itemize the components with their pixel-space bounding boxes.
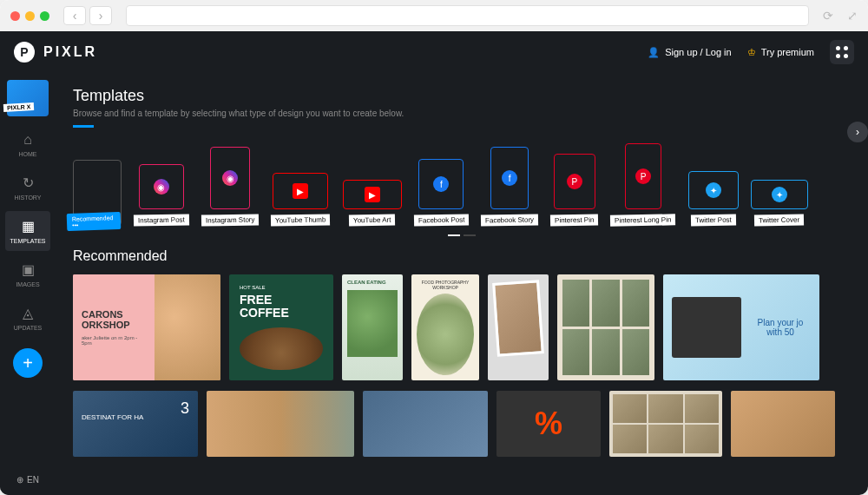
platform-icon: f xyxy=(433,176,449,192)
template-text: HOT SALE xyxy=(240,285,323,290)
sidebar-label: UPDATES xyxy=(14,325,43,331)
sidebar-label: IMAGES xyxy=(16,281,39,287)
template-row: 3 DESTINAT FOR HA % xyxy=(73,391,851,457)
apps-menu[interactable] xyxy=(830,40,854,64)
template-text: FREE COFFEE xyxy=(240,294,323,320)
template-card[interactable]: FOOD PHOTOGRAPHY WORKSHOP xyxy=(411,274,479,380)
premium-link[interactable]: ♔ Try premium xyxy=(747,47,814,58)
sidebar-item-updates[interactable]: ◬ UPDATES xyxy=(5,298,50,338)
template-card[interactable] xyxy=(207,391,354,457)
templates-icon: ▦ xyxy=(22,218,35,234)
forward-button[interactable]: › xyxy=(89,6,112,25)
type-label: YouTube Thumb xyxy=(271,214,331,226)
template-card[interactable]: % xyxy=(496,391,601,457)
home-icon: ⌂ xyxy=(23,132,32,148)
platform-icon: ◉ xyxy=(154,179,169,195)
type-label: Facebook Story xyxy=(481,214,538,226)
type-card[interactable]: ▶YouTube Art xyxy=(343,180,402,226)
template-text: aker Juliette on m 2pm - 5pm xyxy=(82,335,146,346)
type-card[interactable]: fFacebook Post xyxy=(414,159,469,226)
next-button[interactable]: › xyxy=(847,122,868,142)
sidebar-label: HOME xyxy=(19,151,37,157)
platform-icon: ✦ xyxy=(772,187,787,202)
template-text: CLEAN EATING xyxy=(347,280,398,285)
close-window[interactable] xyxy=(10,11,20,21)
platform-icon: ▶ xyxy=(293,183,308,199)
type-card[interactable]: ✦Twitter Post xyxy=(688,171,739,226)
images-icon: ▣ xyxy=(22,261,35,278)
logo[interactable]: P PIXLR xyxy=(14,42,97,63)
minimize-window[interactable] xyxy=(25,11,35,21)
sidebar-item-home[interactable]: ⌂ HOME xyxy=(5,125,50,164)
reload-icon[interactable]: ⟳ xyxy=(823,9,833,23)
template-card[interactable]: HOT SALE FREE COFFEE xyxy=(229,274,333,380)
pager-dot[interactable] xyxy=(464,234,476,236)
crown-icon: ♔ xyxy=(747,47,756,58)
template-text: CARONS xyxy=(82,309,146,320)
template-card[interactable] xyxy=(609,391,722,457)
type-label: Twitter Cover xyxy=(754,214,804,227)
type-card[interactable]: ◉Instagram Story xyxy=(201,147,259,226)
template-card[interactable] xyxy=(363,391,488,457)
template-card[interactable] xyxy=(557,274,654,380)
type-card[interactable]: ◉Instagram Post xyxy=(134,164,189,226)
accent-bar xyxy=(73,125,94,128)
expand-icon[interactable]: ⤢ xyxy=(847,9,858,23)
template-text: Plan your jo with 50 xyxy=(741,318,811,337)
sidebar-item-templates[interactable]: ▦ TEMPLATES xyxy=(5,211,50,251)
topbar: P PIXLR 👤 Sign up / Log in ♔ Try premium xyxy=(0,31,868,73)
type-card[interactable]: fFacebook Story xyxy=(481,147,538,226)
browser-chrome: ‹ › ⟳ ⤢ xyxy=(0,0,868,31)
page-subtitle: Browse and find a template by selecting … xyxy=(73,109,851,118)
language-selector[interactable]: ⊕ EN xyxy=(16,475,39,485)
type-card[interactable]: ▶YouTube Thumb xyxy=(271,173,330,226)
back-button[interactable]: ‹ xyxy=(63,6,86,25)
app-badge[interactable]: PIXLR X xyxy=(7,80,49,116)
template-card[interactable] xyxy=(488,274,549,380)
app-badge-label: PIXLR X xyxy=(3,102,35,112)
type-label: Facebook Post xyxy=(414,214,470,226)
history-icon: ↻ xyxy=(23,175,34,191)
user-icon: 👤 xyxy=(648,47,660,58)
template-types-row: Recommended •••◉Instagram Post◉Instagram… xyxy=(73,143,851,226)
type-card[interactable]: PPinterest Long Pin xyxy=(610,143,675,226)
platform-icon: ✦ xyxy=(706,182,721,198)
template-card[interactable]: CARONS ORKSHOP aker Juliette on m 2pm - … xyxy=(73,274,220,380)
url-bar[interactable] xyxy=(126,5,809,26)
platform-icon: ▶ xyxy=(365,187,380,202)
sidebar: PIXLR X ⌂ HOME ↻ HISTORY ▦ TEMPLATES ▣ I… xyxy=(0,73,56,495)
logo-text: PIXLR xyxy=(43,44,97,60)
template-text: ORKSHOP xyxy=(82,320,146,330)
template-card[interactable] xyxy=(731,391,835,457)
type-label: Instagram Post xyxy=(134,214,189,226)
section-title: Recommended xyxy=(73,248,851,264)
platform-icon: P xyxy=(567,174,582,189)
type-label: Twitter Post xyxy=(691,214,736,227)
maximize-window[interactable] xyxy=(40,11,49,21)
sidebar-label: TEMPLATES xyxy=(10,238,45,244)
type-card[interactable]: ✦Twitter Cover xyxy=(751,180,808,226)
type-card[interactable]: Recommended ••• xyxy=(73,160,122,226)
sidebar-item-history[interactable]: ↻ HISTORY xyxy=(5,168,50,208)
template-text: 3 xyxy=(181,399,189,418)
logo-icon: P xyxy=(14,42,35,63)
template-row: CARONS ORKSHOP aker Juliette on m 2pm - … xyxy=(73,274,851,380)
type-label: Pinterest Long Pin xyxy=(610,214,676,226)
sidebar-item-images[interactable]: ▣ IMAGES xyxy=(5,254,50,294)
updates-icon: ◬ xyxy=(23,305,33,321)
type-card[interactable]: PPinterest Pin xyxy=(550,154,598,226)
signup-label: Sign up / Log in xyxy=(665,47,731,57)
template-card[interactable]: CLEAN EATING xyxy=(342,274,403,380)
add-button[interactable]: + xyxy=(13,348,43,378)
template-text: DESTINAT FOR HA xyxy=(82,413,189,421)
pager[interactable] xyxy=(73,234,851,236)
signup-link[interactable]: 👤 Sign up / Log in xyxy=(648,47,731,58)
type-label: YouTube Art xyxy=(349,214,396,227)
pager-dot[interactable] xyxy=(448,234,460,236)
platform-icon: ◉ xyxy=(222,170,238,186)
template-text: FOOD PHOTOGRAPHY WORKSHOP xyxy=(417,280,474,290)
globe-icon: ⊕ xyxy=(16,475,23,485)
template-card[interactable]: Plan your jo with 50 xyxy=(663,274,819,380)
template-card[interactable]: 3 DESTINAT FOR HA xyxy=(73,391,198,457)
platform-icon: P xyxy=(635,168,651,184)
